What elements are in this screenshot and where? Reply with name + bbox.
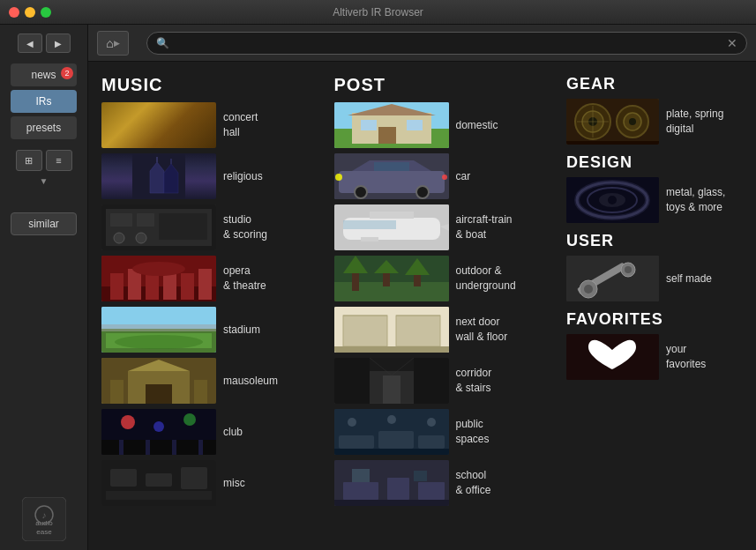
svg-point-61 [355,186,367,198]
svg-rect-110 [334,500,449,506]
post-domestic[interactable]: domestic [334,102,558,148]
music-mausoleum[interactable]: mausoleum [101,358,326,404]
svg-rect-48 [146,473,172,487]
club-thumb [101,409,216,455]
maximize-button[interactable] [41,7,51,18]
svg-rect-107 [418,482,445,500]
svg-point-101 [348,418,356,427]
news-badge: 2 [61,67,73,79]
irs-button[interactable]: IRs [11,90,77,113]
svg-point-130 [584,285,593,294]
minimize-button[interactable] [25,7,35,18]
nextdoor-label: next doorwall & floor [456,315,508,345]
back-button[interactable]: ◀ [18,33,42,53]
aircraft-label: aircraft-train& boat [456,212,513,242]
svg-rect-120 [566,141,659,145]
grid-view-button[interactable]: ⊞ [16,150,42,171]
search-bar: 🔍 ✕ [146,32,747,55]
svg-point-16 [136,233,146,243]
svg-rect-12 [110,213,132,227]
svg-point-29 [115,335,203,349]
svg-rect-84 [334,346,449,353]
music-misc[interactable]: misc [101,460,326,506]
gear-section: GEAR [566,75,743,145]
music-club[interactable]: club [101,409,326,455]
post-nextdoor[interactable]: next doorwall & floor [334,307,558,353]
categories-grid: MUSIC concerthall [88,62,756,550]
domestic-thumb [334,102,449,148]
domestic-label: domestic [456,118,498,133]
dropdown-arrow[interactable]: ▼ [40,176,49,186]
gear-thumb [566,99,659,145]
club-label: club [223,425,243,440]
similar-button[interactable]: similar [11,212,77,235]
search-icon: 🔍 [156,37,169,49]
svg-rect-19 [110,273,124,300]
outdoor-label: outdoor &underground [456,264,516,294]
svg-rect-99 [418,435,445,449]
outdoor-thumb [334,256,449,301]
search-input[interactable] [174,37,727,49]
post-outdoor[interactable]: outdoor &underground [334,256,558,301]
svg-rect-49 [181,467,207,489]
svg-point-102 [387,415,396,424]
opera-label: opera& theatre [223,264,266,294]
svg-text:♪: ♪ [41,510,46,520]
post-corridor[interactable]: corridor& stairs [334,358,558,404]
home-icon: ⌂ [106,36,113,50]
public-thumb [334,409,449,455]
svg-rect-43 [146,440,150,455]
design-section: DESIGN [566,153,743,223]
svg-rect-36 [194,380,207,404]
aircraft-thumb [334,204,449,250]
music-studio[interactable]: studio& scoring [101,204,326,250]
gear-item[interactable]: plate, springdigital [566,99,743,145]
svg-rect-50 [106,491,212,500]
svg-rect-56 [361,120,377,130]
svg-rect-35 [110,380,124,404]
music-opera[interactable]: opera& theatre [101,256,326,301]
svg-rect-13 [137,213,154,227]
post-aircraft[interactable]: aircraft-train& boat [334,204,558,250]
svg-rect-127 [566,256,659,301]
gear-label: plate, springdigital [666,107,723,137]
svg-rect-105 [343,482,378,500]
user-item[interactable]: self made [566,256,743,301]
corridor-label: corridor& stairs [456,366,492,396]
presets-button[interactable]: presets [11,116,77,139]
religious-label: religious [223,169,263,184]
news-button[interactable]: news 2 [11,63,77,86]
post-car[interactable]: car [334,153,558,199]
svg-rect-71 [361,237,378,242]
svg-point-39 [153,421,164,432]
home-button[interactable]: ⌂ ▶ [97,31,129,56]
svg-rect-14 [159,213,207,240]
school-label: school& office [456,468,491,498]
design-item[interactable]: metal, glass,toys & more [566,177,743,223]
favorites-thumb [566,334,659,380]
svg-rect-70 [370,212,414,219]
music-concert-hall[interactable]: concerthall [101,102,326,148]
mausoleum-label: mausoleum [223,374,278,389]
svg-rect-34 [146,384,172,404]
close-button[interactable] [9,7,19,18]
post-heading: POST [334,75,558,95]
svg-rect-30 [101,324,216,331]
list-view-button[interactable]: ≡ [46,150,72,171]
clear-search-button[interactable]: ✕ [727,36,737,50]
favorites-item[interactable]: yourfavorites [566,334,743,380]
svg-text:ease: ease [36,528,52,536]
svg-rect-97 [339,435,374,449]
post-school[interactable]: school& office [334,460,558,506]
svg-rect-45 [198,440,203,455]
right-column: GEAR [566,75,743,537]
post-public[interactable]: publicspaces [334,409,558,455]
main-container: ◀ ▶ news 2 IRs presets ⊞ ≡ ▼ similar aud… [0,25,756,550]
svg-point-103 [427,418,436,427]
top-bar: ⌂ ▶ 🔍 ✕ [88,25,756,62]
music-religious[interactable]: religious [101,153,326,199]
forward-button[interactable]: ▶ [46,33,71,53]
sidebar: ◀ ▶ news 2 IRs presets ⊞ ≡ ▼ similar aud… [0,25,88,550]
music-stadium[interactable]: stadium [101,307,326,353]
svg-rect-63 [374,162,409,171]
